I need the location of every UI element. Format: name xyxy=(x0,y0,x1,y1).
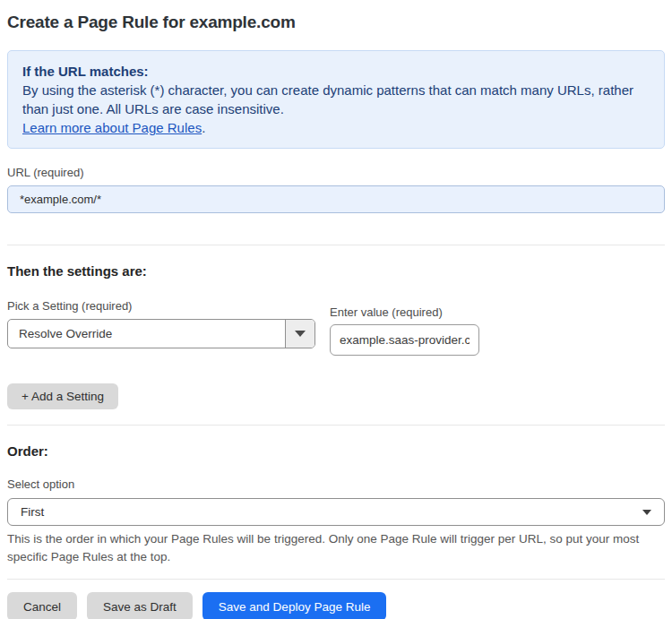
info-box-heading: If the URL matches: xyxy=(22,62,650,81)
learn-more-link[interactable]: Learn more about Page Rules xyxy=(22,120,202,135)
settings-section-heading: Then the settings are: xyxy=(7,263,665,279)
value-field-label: Enter value (required) xyxy=(330,305,479,319)
page-rule-form: Create a Page Rule for example.com If th… xyxy=(0,13,672,619)
order-section-heading: Order: xyxy=(7,443,665,459)
order-select-label: Select option xyxy=(7,477,665,491)
setting-select-value: Resolve Override xyxy=(8,320,285,348)
setting-select-arrow-button[interactable] xyxy=(285,320,314,348)
chevron-down-icon xyxy=(295,331,306,337)
add-setting-button[interactable]: + Add a Setting xyxy=(7,383,118,409)
info-box-link-line: Learn more about Page Rules. xyxy=(22,118,650,137)
chevron-down-icon xyxy=(642,510,651,515)
settings-row: Pick a Setting (required) Resolve Overri… xyxy=(7,279,665,356)
link-period: . xyxy=(202,120,205,135)
url-field-label: URL (required) xyxy=(7,166,665,179)
divider xyxy=(7,425,665,426)
info-box-body: By using the asterisk (*) character, you… xyxy=(22,81,650,118)
order-help-text: This is the order in which your Page Rul… xyxy=(7,530,665,566)
page-title: Create a Page Rule for example.com xyxy=(7,13,665,32)
order-select-dropdown[interactable]: First xyxy=(7,498,665,526)
order-select-value: First xyxy=(21,505,44,519)
setting-select-group: Pick a Setting (required) Resolve Overri… xyxy=(7,279,315,348)
cancel-button[interactable]: Cancel xyxy=(7,592,77,619)
divider xyxy=(7,245,665,245)
save-and-deploy-button[interactable]: Save and Deploy Page Rule xyxy=(202,592,387,619)
setting-value-group: Enter value (required) xyxy=(330,279,479,356)
save-as-draft-button[interactable]: Save as Draft xyxy=(87,592,193,619)
setting-value-input[interactable] xyxy=(330,324,479,356)
info-box-body-text: By using the asterisk (*) character, you… xyxy=(22,82,633,116)
setting-select-dropdown[interactable]: Resolve Override xyxy=(7,319,315,348)
url-input[interactable] xyxy=(7,185,665,213)
setting-select-label: Pick a Setting (required) xyxy=(7,299,315,313)
url-match-info-box: If the URL matches: By using the asteris… xyxy=(7,50,665,149)
divider xyxy=(7,579,665,580)
footer-actions: Cancel Save as Draft Save and Deploy Pag… xyxy=(7,592,665,619)
